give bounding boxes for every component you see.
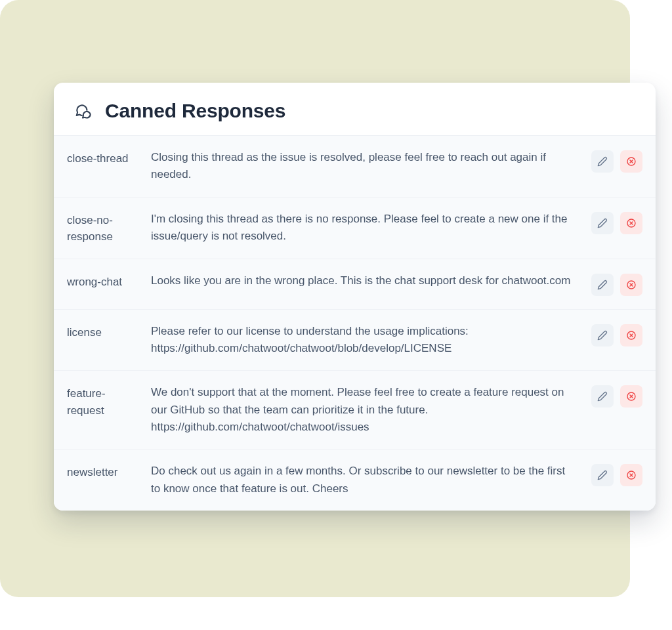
chat-bubbles-icon xyxy=(72,100,93,121)
canned-response-content: Please refer to our license to understan… xyxy=(151,323,579,358)
delete-button[interactable] xyxy=(620,150,642,173)
edit-button[interactable] xyxy=(591,385,614,408)
canned-response-content: Looks like you are in the wrong place. T… xyxy=(151,272,579,289)
pencil-icon xyxy=(597,391,608,402)
row-actions xyxy=(591,211,642,234)
table-row: feature-requestWe don't support that at … xyxy=(54,370,656,449)
row-actions xyxy=(591,272,642,296)
close-circle-icon xyxy=(626,330,637,341)
canned-response-content: We don't support that at the moment. Ple… xyxy=(151,384,579,436)
canned-response-content: Do check out us again in a few months. O… xyxy=(151,463,579,497)
delete-button[interactable] xyxy=(620,212,642,234)
table-row: newsletterDo check out us again in a few… xyxy=(54,449,656,511)
page-title: Canned Responses xyxy=(105,100,285,122)
row-actions xyxy=(591,149,642,173)
canned-response-shortcode: newsletter xyxy=(67,463,139,481)
close-circle-icon xyxy=(626,218,637,228)
canned-response-shortcode: close-thread xyxy=(67,149,139,167)
edit-button[interactable] xyxy=(591,324,614,346)
table-row: licensePlease refer to our license to un… xyxy=(54,309,656,371)
pencil-icon xyxy=(597,218,608,228)
pencil-icon xyxy=(597,330,608,341)
delete-button[interactable] xyxy=(620,464,642,486)
canned-response-shortcode: feature-request xyxy=(67,384,139,419)
delete-button[interactable] xyxy=(620,274,642,296)
card-header: Canned Responses xyxy=(54,83,656,135)
edit-button[interactable] xyxy=(591,212,614,234)
row-actions xyxy=(591,323,642,346)
edit-button[interactable] xyxy=(591,274,614,296)
edit-button[interactable] xyxy=(591,464,614,486)
row-actions xyxy=(591,384,642,408)
close-circle-icon xyxy=(626,470,637,480)
pencil-icon xyxy=(597,470,608,480)
canned-responses-card: Canned Responses close-threadClosing thi… xyxy=(54,83,656,511)
canned-response-content: I'm closing this thread as there is no r… xyxy=(151,211,579,245)
close-circle-icon xyxy=(626,156,637,167)
canned-response-shortcode: license xyxy=(67,323,139,341)
canned-response-shortcode: close-no-response xyxy=(67,211,139,245)
table-row: close-no-responseI'm closing this thread… xyxy=(54,197,656,259)
close-circle-icon xyxy=(626,280,637,290)
canned-response-content: Closing this thread as the issue is reso… xyxy=(151,149,579,184)
edit-button[interactable] xyxy=(591,150,614,173)
delete-button[interactable] xyxy=(620,385,642,408)
pencil-icon xyxy=(597,280,608,290)
pencil-icon xyxy=(597,156,608,167)
table-row: wrong-chatLooks like you are in the wron… xyxy=(54,259,656,309)
canned-response-shortcode: wrong-chat xyxy=(67,272,139,291)
close-circle-icon xyxy=(626,391,637,402)
canned-responses-list: close-threadClosing this thread as the i… xyxy=(54,135,656,511)
delete-button[interactable] xyxy=(620,324,642,346)
table-row: close-threadClosing this thread as the i… xyxy=(54,135,656,197)
row-actions xyxy=(591,463,642,486)
